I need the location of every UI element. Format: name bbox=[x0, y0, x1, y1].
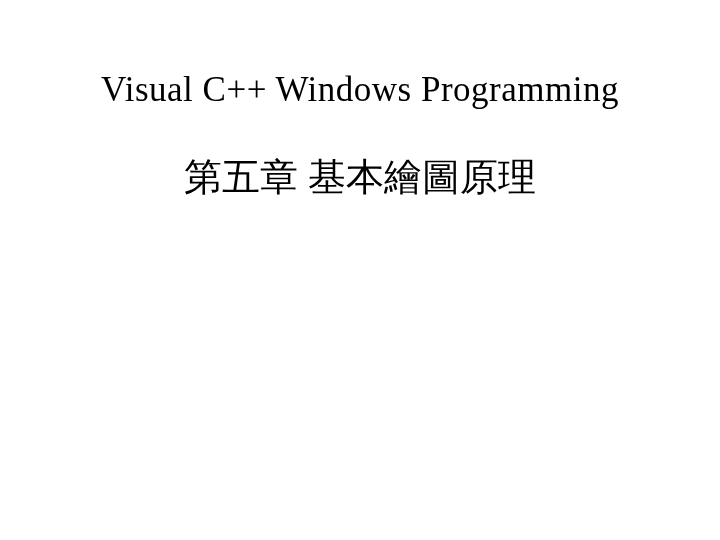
slide-title-english: Visual C++ Windows Programming bbox=[0, 70, 720, 110]
slide-title-chinese: 第五章 基本繪圖原理 bbox=[0, 152, 720, 203]
slide-content: Visual C++ Windows Programming 第五章 基本繪圖原… bbox=[0, 0, 720, 540]
